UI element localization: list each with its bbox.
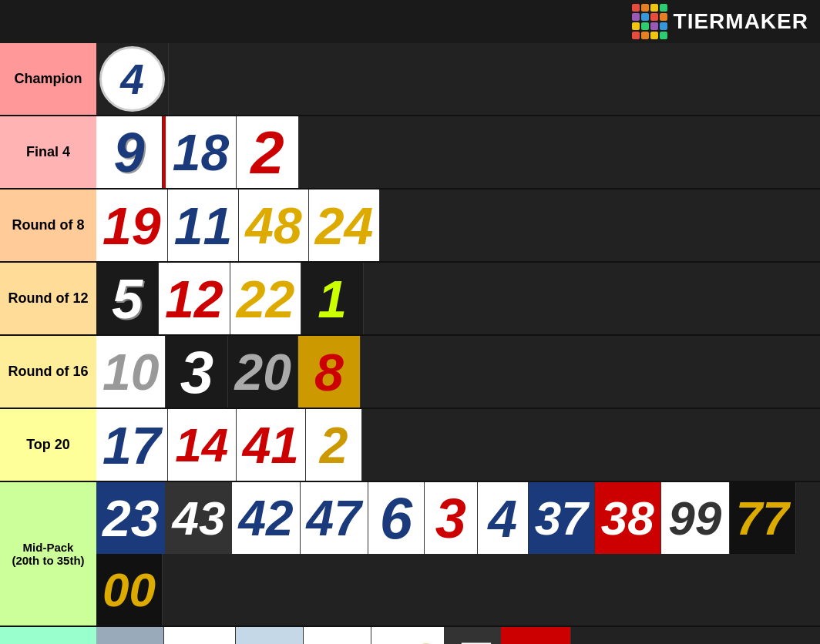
list-item: 2 (237, 116, 299, 188)
list-item: 38 (595, 482, 661, 554)
list-item: 43 (166, 482, 232, 554)
number-99: 99 (661, 482, 729, 554)
list-item: 99 (661, 482, 730, 554)
number-66: 66 (501, 627, 570, 644)
number-4b: 4 (478, 482, 528, 554)
number-5: 5 (96, 263, 158, 334)
number-11: 11 (168, 190, 239, 261)
tier-label-champion: Champion (0, 43, 96, 115)
number-32: 32 (164, 627, 235, 644)
list-item: 22 (230, 263, 302, 334)
tier-row-final4: Final 4 9 18 2 (0, 116, 820, 190)
list-item: 4 (478, 482, 529, 554)
number-12: 12 (159, 263, 230, 334)
logo-text: TiERMAKER (674, 9, 808, 34)
number-10: 10 (96, 336, 165, 408)
number-37: 37 (529, 482, 594, 554)
number-23: 23 (96, 482, 165, 554)
logo-grid-icon (632, 4, 667, 39)
tier-label-midpack: Mid-Pack (20th to 35th) (0, 482, 96, 626)
list-item: 15 (96, 627, 164, 644)
number-53: 53 (371, 627, 444, 644)
tier-items-top20: 17 14 41 2 (96, 409, 820, 481)
list-item: 4 (96, 43, 169, 115)
number-00: 00 (96, 554, 162, 626)
tier-items-doesntmatter: 15 32 51 52 53 7 66 (96, 627, 820, 644)
list-item: 37 (529, 482, 595, 554)
number-51: 51 (236, 627, 303, 644)
list-item: 19 (96, 190, 168, 261)
number-43: 43 (166, 482, 231, 554)
list-item: 1 (301, 263, 364, 334)
tier-items-midpack: 23 43 42 47 6 3 4 (96, 482, 820, 626)
list-item: 7 (445, 627, 501, 644)
list-item: 23 (96, 482, 166, 554)
list-item: 14 (168, 409, 237, 481)
number-9: 9 (96, 116, 162, 188)
list-item: 9 (96, 116, 163, 188)
number-52: 52 (304, 627, 371, 644)
number-48: 48 (239, 190, 308, 261)
tier-row-round8: Round of 8 19 11 48 24 (0, 190, 820, 263)
number-15: 15 (96, 627, 163, 644)
tier-label-top20: Top 20 (0, 409, 96, 481)
list-item: 20 (228, 336, 297, 408)
number-2b: 2 (306, 409, 361, 481)
list-item: 32 (164, 627, 236, 644)
list-item: 12 (159, 263, 230, 334)
list-item: 3 (166, 336, 228, 408)
tiermaker-logo: TiERMAKER (632, 4, 808, 39)
list-item: 5 (96, 263, 159, 334)
list-item: 18 (163, 116, 237, 188)
list-item: 17 (96, 409, 168, 481)
number-77: 77 (730, 482, 795, 554)
list-item: 41 (237, 409, 306, 481)
tier-items-final4: 9 18 2 (96, 116, 820, 188)
list-item: 66 (501, 627, 570, 644)
list-item: 48 (239, 190, 308, 261)
number-22: 22 (230, 263, 301, 334)
number-47: 47 (301, 482, 368, 554)
list-item: 3 (425, 482, 478, 554)
tier-label-doesntmatter: Does not matter (0, 627, 96, 644)
list-item: 51 (236, 627, 304, 644)
tier-items-round16: 10 3 20 8 (96, 336, 820, 408)
number-6: 6 (368, 482, 424, 554)
list-item: 47 (301, 482, 368, 554)
number-14: 14 (168, 409, 236, 481)
list-item: 77 (730, 482, 796, 554)
number-2: 2 (237, 116, 298, 188)
number-8: 8 (298, 336, 360, 408)
number-7: 7 (445, 627, 500, 644)
tiermaker-container: TiERMAKER Champion 4 Final 4 9 18 2 (0, 0, 820, 644)
number-17: 17 (96, 409, 167, 481)
number-42: 42 (232, 482, 299, 554)
tier-items-round8: 19 11 48 24 (96, 190, 820, 261)
number-1: 1 (301, 263, 363, 334)
number-3: 3 (166, 336, 227, 408)
number-20: 20 (228, 336, 297, 408)
number-38: 38 (595, 482, 660, 554)
tier-row-midpack: Mid-Pack (20th to 35th) 23 43 42 47 6 (0, 482, 820, 627)
list-item: 2 (306, 409, 362, 481)
list-item: 42 (232, 482, 300, 554)
tier-items-round12: 5 12 22 1 (96, 263, 820, 334)
tier-row-doesntmatter: Does not matter 15 32 51 52 53 7 66 (0, 627, 820, 644)
number-3b: 3 (425, 482, 477, 554)
tier-row-round16: Round of 16 10 3 20 8 (0, 336, 820, 409)
header: TiERMAKER (0, 0, 820, 43)
tier-label-round12: Round of 12 (0, 263, 96, 334)
tier-label-round16: Round of 16 (0, 336, 96, 408)
number-24: 24 (309, 190, 380, 261)
list-item: 11 (168, 190, 240, 261)
list-item: 00 (96, 554, 163, 626)
list-item: 10 (96, 336, 166, 408)
number-18: 18 (163, 116, 236, 188)
number-19: 19 (96, 190, 167, 261)
tier-label-round8: Round of 8 (0, 190, 96, 261)
tier-row-round12: Round of 12 5 12 22 1 (0, 263, 820, 336)
tier-row-top20: Top 20 17 14 41 2 (0, 409, 820, 482)
list-item: 6 (368, 482, 425, 554)
tier-label-final4: Final 4 (0, 116, 96, 188)
list-item: 24 (309, 190, 381, 261)
